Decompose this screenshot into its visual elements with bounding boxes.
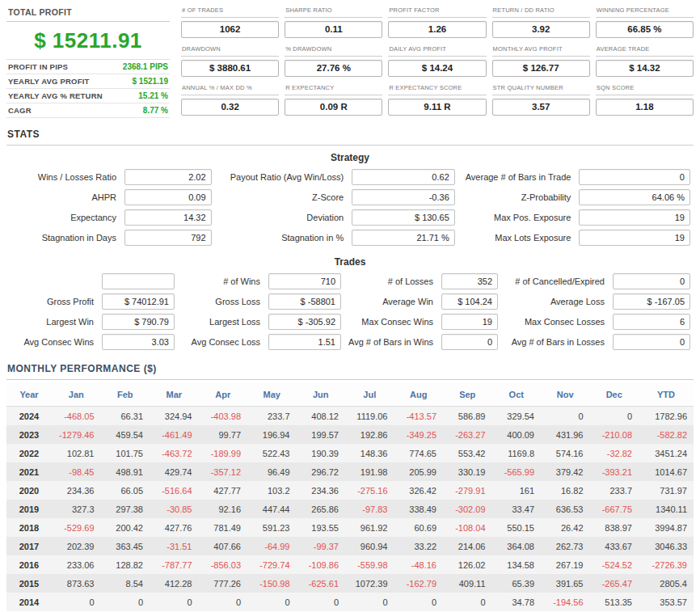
monthly-value-cell: 431.96 xyxy=(541,425,590,444)
monthly-value-cell: -559.98 xyxy=(345,555,394,574)
metric-value-box: 0.11 xyxy=(285,21,382,38)
monthly-row-2016: 2016233.06128.82-787.77-856.03-729.74-10… xyxy=(6,555,694,574)
monthly-value-cell: 234.36 xyxy=(52,481,101,500)
monthly-col-header-apr: Apr xyxy=(199,383,248,407)
stat-value-of-wins: 710 xyxy=(268,273,341,289)
metric-value-box: 27.76 % xyxy=(285,60,382,77)
monthly-value-cell: 0 xyxy=(590,407,639,426)
monthly-year-cell: 2018 xyxy=(6,518,52,537)
monthly-value-cell: -265.47 xyxy=(590,574,639,593)
stats-section-title: STATS xyxy=(6,126,694,146)
monthly-value-cell: 0 xyxy=(199,593,248,611)
metric-winning-percentage: WINNING PERCENTAGE66.85 % xyxy=(596,5,694,38)
stat-value-max-consec-losses: 6 xyxy=(613,314,690,330)
monthly-row-2021: 2021-98.45498.91429.74-357.1296.49296.72… xyxy=(6,462,694,481)
metric-label: MONTHLY AVG PROFIT xyxy=(492,44,590,57)
metric-label: WINNING PERCENTAGE xyxy=(596,5,694,18)
monthly-value-cell: 407.66 xyxy=(199,537,248,555)
monthly-col-header-may: May xyxy=(247,383,297,407)
monthly-value-cell: 777.26 xyxy=(199,574,248,593)
summary-row-label: YEARLY AVG % RETURN xyxy=(8,91,103,100)
monthly-value-cell: 3046.33 xyxy=(639,537,694,555)
metric-value-box: $ 3880.61 xyxy=(181,60,279,77)
stat-value-avg-of-bars-in-losses: 0 xyxy=(613,334,690,350)
metric-value-box: 3.92 xyxy=(492,21,590,38)
metric-daily-avg-profit: DAILY AVG PROFIT$ 14.24 xyxy=(388,44,486,77)
metric-label: RETURN / DD RATIO xyxy=(492,5,590,18)
metric-label: STR QUALITY NUMBER xyxy=(492,82,590,95)
total-profit-panel: TOTAL PROFIT $ 15211.91 PROFIT IN PIPS23… xyxy=(6,5,170,118)
monthly-value-cell: 498.91 xyxy=(101,462,150,481)
monthly-value-cell: 0 xyxy=(297,593,346,611)
monthly-value-cell: -393.21 xyxy=(590,462,639,481)
monthly-value-cell: 101.75 xyxy=(101,444,150,462)
monthly-value-cell: 364.08 xyxy=(492,537,542,555)
stat-value-gross-profit: $ 74012.91 xyxy=(102,293,175,310)
monthly-value-cell: 363.45 xyxy=(101,537,150,555)
total-profit-label: TOTAL PROFIT xyxy=(6,5,170,22)
metric-label: PROFIT FACTOR xyxy=(388,5,486,18)
monthly-row-2014: 201400000000034.78-194.56513.35353.57 xyxy=(6,593,694,611)
monthly-value-cell: 26.42 xyxy=(541,518,590,537)
stat-value-deviation: $ 130.65 xyxy=(352,209,455,226)
stat-value-payout-ratio-avg-win-loss: 0.62 xyxy=(352,169,455,185)
metric-value-box: $ 126.77 xyxy=(492,60,590,77)
monthly-value-cell: 774.65 xyxy=(394,444,444,462)
monthly-value-cell: -99.37 xyxy=(297,537,346,555)
stat-value-z-score: -0.36 xyxy=(352,189,455,205)
monthly-value-cell: -516.64 xyxy=(150,481,199,500)
monthly-value-cell: 99.77 xyxy=(199,425,248,444)
stat-value-max-lots-exposure: 19 xyxy=(579,230,690,246)
monthly-value-cell: -2726.39 xyxy=(639,555,694,574)
metric-return-dd-ratio: RETURN / DD RATIO3.92 xyxy=(492,5,590,38)
monthly-value-cell: -32.82 xyxy=(590,444,639,462)
metric-value-box: 0.09 R xyxy=(285,99,382,116)
monthly-header-row: YearJanFebMarAprMayJunJulAugSepOctNovDec… xyxy=(6,383,694,407)
monthly-value-cell: 0 xyxy=(345,593,394,611)
monthly-value-cell: 586.89 xyxy=(443,407,492,426)
summary-row-label: PROFIT IN PIPS xyxy=(8,62,68,71)
summary-row-cagr: CAGR8.77 % xyxy=(6,103,170,118)
monthly-value-cell: -357.12 xyxy=(199,462,248,481)
monthly-value-cell: 408.12 xyxy=(297,407,346,426)
monthly-col-header-jun: Jun xyxy=(297,383,346,407)
metric-label: AVERAGE TRADE xyxy=(596,44,694,57)
stat-value-of-cancelled-expired: 0 xyxy=(613,273,690,289)
metric-sharpe-ratio: SHARPE RATIO0.11 xyxy=(285,5,382,38)
monthly-value-cell: 513.35 xyxy=(590,593,639,611)
monthly-value-cell: -582.82 xyxy=(639,425,694,444)
monthly-year-cell: 2022 xyxy=(6,444,52,462)
metric-label: R EXPECTANCY xyxy=(285,82,382,95)
stat-label-average-win: Average Win xyxy=(343,297,440,306)
monthly-value-cell: 199.57 xyxy=(297,425,346,444)
monthly-value-cell: 267.19 xyxy=(541,555,590,574)
monthly-value-cell: 433.67 xyxy=(590,537,639,555)
monthly-year-cell: 2015 xyxy=(6,574,52,593)
stat-label-of-losses: # of Losses xyxy=(343,276,440,286)
stat-value-z-probability: 64.06 % xyxy=(579,189,690,205)
monthly-performance-title: MONTHLY PERFORMANCE ($) xyxy=(6,361,694,380)
metrics-grid: # OF TRADES1062SHARPE RATIO0.11PROFIT FA… xyxy=(181,5,694,118)
monthly-value-cell: 234.36 xyxy=(297,481,346,500)
stat-label-avg-of-bars-in-losses: Avg # of Bars in Losses xyxy=(500,337,611,347)
monthly-value-cell: 429.74 xyxy=(150,462,199,481)
monthly-year-cell: 2016 xyxy=(6,555,52,574)
monthly-value-cell: 327.3 xyxy=(52,500,101,518)
stat-value-avg-consec-loss: 1.51 xyxy=(268,334,341,350)
monthly-value-cell: 60.69 xyxy=(394,518,444,537)
monthly-value-cell: 103.2 xyxy=(247,481,297,500)
summary-row-value: 2368.1 PIPS xyxy=(123,62,168,71)
monthly-year-cell: 2023 xyxy=(6,425,52,444)
stat-label-gross-profit: Gross Profit xyxy=(10,297,100,306)
stat-label-wins-losses-ratio: Wins / Losses Ratio xyxy=(10,172,123,182)
metric-profit-factor: PROFIT FACTOR1.26 xyxy=(388,5,486,38)
monthly-value-cell: -31.51 xyxy=(150,537,199,555)
monthly-value-cell: -150.98 xyxy=(247,574,297,593)
strategy-stats-grid: Wins / Losses Ratio2.02Payout Ratio (Avg… xyxy=(6,169,694,246)
monthly-value-cell: 297.38 xyxy=(101,500,150,518)
monthly-col-header-nov: Nov xyxy=(541,383,590,407)
monthly-value-cell: 636.53 xyxy=(541,500,590,518)
monthly-value-cell: 409.11 xyxy=(443,574,492,593)
monthly-value-cell: -64.99 xyxy=(247,537,297,555)
monthly-value-cell: 1782.96 xyxy=(639,407,694,426)
